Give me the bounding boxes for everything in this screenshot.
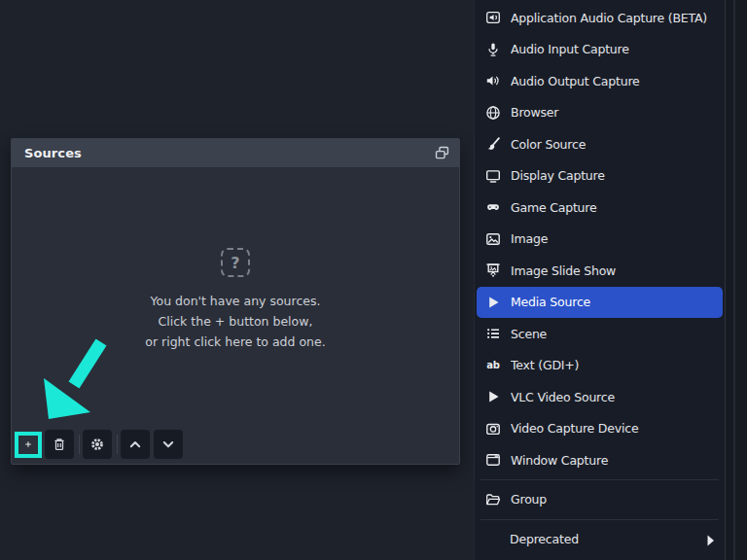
sources-toolbar (15, 430, 187, 459)
video-capture-device-icon (485, 421, 501, 437)
menu-item-image-slide-show[interactable]: Image Slide Show (475, 255, 725, 287)
image-slide-show-icon (485, 262, 501, 278)
remove-source-button[interactable] (45, 430, 74, 459)
source-properties-button[interactable] (83, 430, 112, 459)
menu-item-label: VLC Video Source (511, 390, 717, 404)
add-source-button[interactable] (15, 432, 42, 458)
vlc-video-source-icon (485, 389, 501, 404)
menu-item-vlc-video-source[interactable]: VLC Video Source (475, 381, 725, 413)
menu-item-image[interactable]: Image (475, 224, 725, 256)
move-source-up-button[interactable] (121, 430, 150, 459)
toolbar-separator (117, 435, 118, 454)
menu-item-label: Scene (511, 327, 717, 341)
menu-item-audio-input-capture[interactable]: Audio Input Capture (475, 34, 725, 66)
menu-item-label: Media Source (511, 295, 715, 309)
trash-icon (52, 437, 67, 452)
application-audio-capture-icon (485, 10, 501, 25)
text-gdi-icon: ab (485, 358, 501, 373)
window-capture-icon (485, 452, 501, 468)
sources-empty-state: ? You don't have any sources. Click the … (12, 248, 459, 352)
menu-item-audio-output-capture[interactable]: Audio Output Capture (475, 65, 725, 97)
menu-item-scene[interactable]: Scene (475, 318, 725, 350)
scene-icon (485, 326, 501, 341)
question-mark-icon: ? (221, 248, 250, 277)
empty-line-3: or right click here to add one. (12, 332, 459, 352)
empty-line-1: You don't have any sources. (12, 291, 459, 311)
audio-input-capture-icon (485, 42, 501, 57)
menu-item-label: Group (511, 492, 717, 507)
menu-item-label: Window Capture (511, 453, 717, 468)
audio-output-capture-icon (485, 73, 501, 88)
empty-line-2: Click the + button below, (12, 311, 459, 332)
menu-item-label: Audio Output Capture (511, 74, 717, 88)
browser-icon (485, 105, 501, 121)
group-icon (485, 492, 501, 508)
menu-item-application-audio-capture-beta[interactable]: Application Audio Capture (BETA) (475, 2, 725, 34)
menu-item-text-gdi[interactable]: abText (GDI+) (475, 350, 725, 382)
menu-item-label: Color Source (511, 137, 717, 152)
sources-empty-text: You don't have any sources. Click the + … (12, 291, 459, 352)
menu-item-label: Browser (511, 105, 717, 120)
menu-item-label: Image (511, 231, 717, 246)
menu-item-deprecated[interactable]: Deprecated (475, 523, 725, 555)
plus-icon (24, 437, 32, 453)
background-strip (726, 0, 747, 560)
menu-item-video-capture-device[interactable]: Video Capture Device (475, 413, 725, 445)
toolbar-separator (79, 435, 80, 454)
svg-text:ab: ab (486, 360, 500, 370)
menu-item-color-source[interactable]: Color Source (475, 128, 725, 160)
media-source-icon (485, 295, 501, 310)
menu-item-label: Text (GDI+) (511, 358, 717, 372)
menu-item-label: Game Capture (511, 200, 717, 215)
image-icon (485, 231, 501, 247)
chevron-up-icon (127, 437, 143, 452)
menu-item-browser[interactable]: Browser (475, 97, 725, 129)
game-capture-icon (485, 199, 501, 215)
menu-item-label: Video Capture Device (511, 421, 717, 436)
menu-separator (475, 515, 725, 523)
move-source-down-button[interactable] (154, 430, 183, 459)
menu-item-game-capture[interactable]: Game Capture (475, 192, 725, 224)
menu-item-window-capture[interactable]: Window Capture (475, 444, 725, 476)
menu-item-display-capture[interactable]: Display Capture (475, 160, 725, 192)
popout-icon[interactable] (433, 145, 450, 162)
menu-item-media-source[interactable]: Media Source (477, 287, 723, 319)
sources-panel: Sources ? You don't have any sources. Cl… (11, 138, 460, 465)
menu-item-label: Display Capture (511, 168, 717, 183)
background-panel-edge (733, 0, 735, 560)
add-source-menu: Application Audio Capture (BETA)Audio In… (474, 0, 726, 560)
sources-panel-header: Sources (12, 139, 459, 167)
menu-item-group[interactable]: Group (475, 484, 725, 516)
menu-item-label: Audio Input Capture (511, 42, 717, 56)
popout-icon-glyph (434, 145, 450, 161)
gear-icon (89, 437, 105, 452)
display-capture-icon (485, 168, 501, 184)
sources-panel-title: Sources (24, 146, 82, 160)
menu-item-label: Image Slide Show (511, 263, 717, 278)
chevron-down-icon (160, 437, 176, 452)
menu-item-label: Deprecated (510, 532, 694, 546)
menu-separator (475, 476, 725, 484)
menu-item-label: Application Audio Capture (BETA) (511, 11, 717, 25)
submenu-arrow-icon (703, 533, 719, 548)
color-source-icon (485, 136, 501, 152)
